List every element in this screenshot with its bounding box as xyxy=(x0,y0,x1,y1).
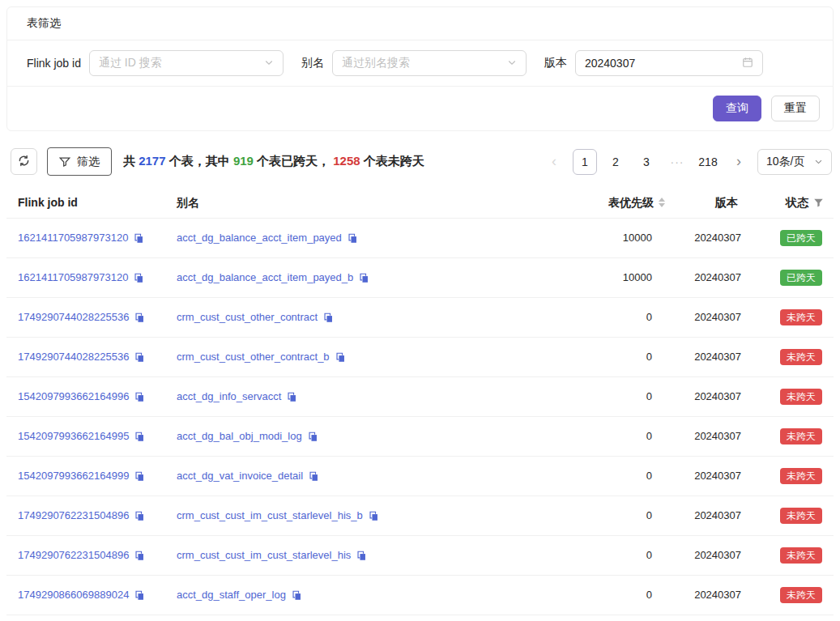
table-row: 1749290866069889024 acct_dg_staff_oper_l… xyxy=(6,576,834,615)
filter-actions-row: 查询 重置 xyxy=(7,87,833,130)
copy-icon[interactable] xyxy=(134,471,145,482)
page-ellipsis[interactable]: ··· xyxy=(665,149,689,175)
row-flink-job-id-link[interactable]: 1749290744028225536 xyxy=(18,311,129,324)
row-version: 20240307 xyxy=(672,457,753,496)
row-alias-link[interactable]: acct_dg_vat_invoice_detail xyxy=(177,470,303,483)
row-flink-job-id-link[interactable]: 1542097993662164995 xyxy=(18,430,129,443)
alias-select[interactable]: 通过别名搜索 xyxy=(332,50,527,76)
refresh-icon xyxy=(18,155,30,169)
table-row: 1749290744028225536 crm_cust_cust_other_… xyxy=(6,338,834,377)
copy-icon[interactable] xyxy=(287,392,297,402)
flink-job-id-label: Flink job id xyxy=(27,57,81,70)
column-header-priority-label: 表优先级 xyxy=(608,196,654,209)
copy-icon[interactable] xyxy=(369,511,379,521)
row-flink-job-id-link[interactable]: 1749290762231504896 xyxy=(18,549,129,562)
column-header-alias: 别名 xyxy=(165,187,550,219)
filter-toggle-button[interactable]: 筛选 xyxy=(47,147,112,176)
funnel-icon xyxy=(59,156,70,168)
copy-icon[interactable] xyxy=(134,352,145,363)
page-button-2[interactable]: 2 xyxy=(603,149,628,175)
filter-card-title: 表筛选 xyxy=(7,7,833,40)
column-header-flink-job-id: Flink job id xyxy=(6,187,165,219)
copy-icon[interactable] xyxy=(323,313,334,323)
prev-page-button[interactable]: ‹ xyxy=(542,149,566,175)
copy-icon[interactable] xyxy=(308,432,318,442)
copy-icon[interactable] xyxy=(292,590,302,601)
tables-table: Flink job id 别名 表优先级 版本 状态 xyxy=(6,187,834,615)
row-flink-job-id-link[interactable]: 1542097993662164999 xyxy=(18,470,129,483)
status-badge: 未跨天 xyxy=(780,587,822,603)
table-row: 1542097993662164999 acct_dg_vat_invoice_… xyxy=(6,457,834,496)
copy-icon[interactable] xyxy=(348,233,358,244)
row-alias-link[interactable]: acct_dg_balance_acct_item_payed xyxy=(177,232,342,245)
column-header-priority[interactable]: 表优先级 xyxy=(608,196,665,209)
row-flink-job-id-link[interactable]: 1542097993662164996 xyxy=(18,390,129,403)
page-button-218[interactable]: 218 xyxy=(696,149,720,175)
summary-text: 共 xyxy=(123,154,139,168)
row-version: 20240307 xyxy=(672,219,753,258)
column-filter-icon[interactable] xyxy=(813,198,824,208)
copy-icon[interactable] xyxy=(134,432,145,442)
page-size-select[interactable]: 10条/页 xyxy=(757,149,832,175)
version-date-input[interactable]: 20240307 xyxy=(575,50,763,76)
copy-icon[interactable] xyxy=(134,392,145,402)
summary-crossed-count: 919 xyxy=(233,154,254,168)
status-badge: 未跨天 xyxy=(780,428,822,444)
pagination-top: ‹ 1 2 3 ··· 218 › 10条/页 xyxy=(542,149,832,175)
copy-icon[interactable] xyxy=(134,233,144,244)
row-version: 20240307 xyxy=(672,417,753,457)
copy-icon[interactable] xyxy=(356,551,367,561)
next-page-button[interactable]: › xyxy=(727,149,751,175)
page-button-1[interactable]: 1 xyxy=(573,149,597,175)
copy-icon[interactable] xyxy=(134,273,144,283)
row-alias-link[interactable]: crm_cust_cust_other_contract_b xyxy=(177,351,330,364)
query-button[interactable]: 查询 xyxy=(713,96,761,121)
row-version: 20240307 xyxy=(672,576,753,615)
row-flink-job-id-link[interactable]: 1621411705987973120 xyxy=(18,232,128,245)
copy-icon[interactable] xyxy=(309,471,319,482)
row-alias-link[interactable]: crm_cust_cust_other_contract xyxy=(177,311,318,324)
table-summary: 共 2177 个表，其中 919 个表已跨天， 1258 个表未跨天 xyxy=(123,154,424,169)
status-badge: 未跨天 xyxy=(780,389,822,405)
table-row: 1749290762231504896 crm_cust_cust_im_cus… xyxy=(6,536,834,576)
row-flink-job-id-link[interactable]: 1621411705987973120 xyxy=(18,271,128,284)
reset-button[interactable]: 重置 xyxy=(771,96,820,121)
row-alias-link[interactable]: crm_cust_cust_im_cust_starlevel_his xyxy=(177,549,351,562)
status-badge: 未跨天 xyxy=(780,468,822,484)
copy-icon[interactable] xyxy=(134,313,145,323)
flink-job-id-placeholder: 通过 ID 搜索 xyxy=(99,56,162,70)
row-version: 20240307 xyxy=(672,377,753,417)
chevron-down-icon xyxy=(264,57,274,70)
toolbar: 筛选 共 2177 个表，其中 919 个表已跨天， 1258 个表未跨天 ‹ … xyxy=(0,138,840,184)
row-version: 20240307 xyxy=(672,298,753,338)
row-flink-job-id-link[interactable]: 1749290866069889024 xyxy=(18,589,129,602)
refresh-button[interactable] xyxy=(11,148,37,175)
version-field: 版本 20240307 xyxy=(544,50,763,76)
copy-icon[interactable] xyxy=(359,273,369,283)
row-alias-link[interactable]: acct_dg_staff_oper_log xyxy=(177,589,286,602)
filter-toggle-label: 筛选 xyxy=(77,155,100,169)
copy-icon[interactable] xyxy=(134,590,145,601)
column-header-version: 版本 xyxy=(672,187,753,219)
row-version: 20240307 xyxy=(672,536,753,576)
flink-job-id-select[interactable]: 通过 ID 搜索 xyxy=(89,50,284,76)
sort-icon[interactable] xyxy=(659,198,665,207)
row-alias-link[interactable]: acct_dg_balance_acct_item_payed_b xyxy=(177,271,353,284)
flink-job-id-field: Flink job id 通过 ID 搜索 xyxy=(27,50,284,76)
copy-icon[interactable] xyxy=(134,511,145,521)
row-alias-link[interactable]: acct_dg_bal_obj_modi_log xyxy=(177,430,302,443)
row-flink-job-id-link[interactable]: 1749290762231504896 xyxy=(18,509,129,522)
table-row: 1749290744028225536 crm_cust_cust_other_… xyxy=(6,298,834,338)
copy-icon[interactable] xyxy=(335,352,346,363)
filter-card: 表筛选 Flink job id 通过 ID 搜索 别名 通过别名搜索 版本 xyxy=(6,6,834,131)
table-row: 1621411705987973120 acct_dg_balance_acct… xyxy=(6,219,834,258)
row-flink-job-id-link[interactable]: 1749290744028225536 xyxy=(18,351,129,364)
summary-not-crossed-count: 1258 xyxy=(333,154,360,168)
page-button-3[interactable]: 3 xyxy=(634,149,659,175)
row-alias-link[interactable]: acct_dg_info_servacct xyxy=(177,390,281,403)
copy-icon[interactable] xyxy=(134,551,145,561)
calendar-icon xyxy=(742,57,753,70)
row-alias-link[interactable]: crm_cust_cust_im_cust_starlevel_his_b xyxy=(177,509,363,522)
page-size-value: 10条/页 xyxy=(766,155,804,169)
status-badge: 未跨天 xyxy=(780,508,822,524)
